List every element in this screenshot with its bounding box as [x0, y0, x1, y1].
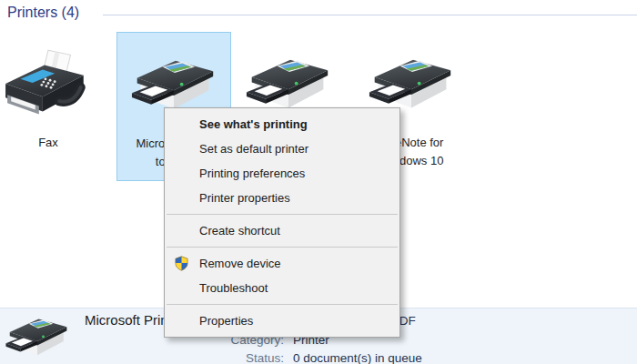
devices-and-printers-view: Printers (4) Fax Microsoft Print to PDF … [0, 0, 637, 364]
detail-label: Status: [200, 351, 284, 364]
device-label: Fax [0, 134, 96, 152]
menu-separator [167, 247, 398, 248]
menu-item-troubleshoot[interactable]: Troubleshoot [165, 276, 399, 300]
group-divider-line [103, 15, 637, 15]
menu-item-remove-device[interactable]: Remove device [165, 251, 399, 276]
detail-value: 0 document(s) in queue [293, 351, 422, 364]
menu-item-printer-properties[interactable]: Printer properties [165, 186, 399, 210]
menu-item-label: Remove device [199, 257, 281, 270]
detail-row-status: Status:0 document(s) in queue [200, 351, 422, 364]
printer-icon [5, 313, 70, 363]
menu-item-create-shortcut[interactable]: Create shortcut [165, 218, 399, 243]
printers-group-title: Printers (4) [7, 5, 79, 21]
device-tile-fax[interactable]: Fax [0, 32, 96, 181]
menu-item-printing-preferences[interactable]: Printing preferences [165, 161, 399, 186]
fax-icon [2, 48, 95, 126]
menu-item-properties[interactable]: Properties [165, 308, 399, 333]
menu-item-see-whats-printing[interactable]: See what's printing [165, 112, 399, 136]
menu-separator [167, 304, 398, 305]
menu-separator [167, 214, 398, 215]
uac-shield-icon [174, 256, 189, 271]
printer-context-menu: See what's printing Set as default print… [164, 107, 400, 338]
menu-item-set-as-default-printer[interactable]: Set as default printer [165, 136, 399, 161]
